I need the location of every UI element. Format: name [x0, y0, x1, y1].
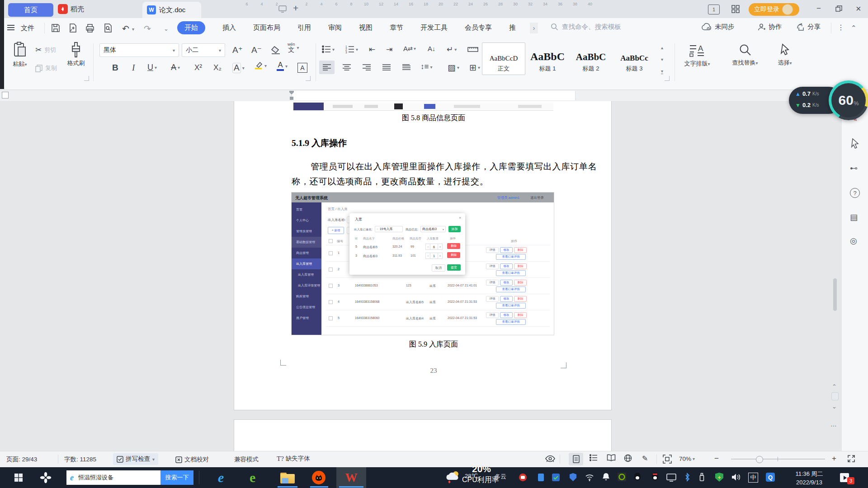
embed-view-order-button[interactable]: 查看订单详情: [496, 319, 526, 325]
taskbar-browser360-icon[interactable]: e: [250, 470, 255, 485]
new-tab-button[interactable]: +: [293, 3, 298, 14]
ruler-tab-selector[interactable]: [2, 92, 9, 99]
show-marks-button[interactable]: ↵ ▾: [447, 45, 457, 54]
compat-mode-label[interactable]: 兼容模式: [234, 455, 259, 464]
outline-view-icon[interactable]: [590, 454, 598, 461]
minimize-button[interactable]: −: [816, 4, 821, 13]
style-normal[interactable]: AaBbCcD 正文: [482, 42, 525, 75]
decrease-indent-icon[interactable]: ⇤: [369, 45, 375, 54]
font-size-select[interactable]: 小二 ▾: [182, 43, 225, 57]
find-replace-button[interactable]: 查找替换▾: [726, 43, 764, 67]
taskbar-wps-icon[interactable]: W: [336, 467, 366, 488]
cut-button[interactable]: ✂ 剪切: [35, 45, 56, 55]
embed-row-checkbox[interactable]: [329, 251, 333, 255]
ink-pen-icon[interactable]: ✎: [642, 454, 648, 463]
tray-qq-icon[interactable]: [651, 473, 659, 481]
tab-overflow[interactable]: 推: [509, 23, 516, 32]
bold-button[interactable]: B: [112, 63, 118, 73]
more-menu-icon[interactable]: ⋮: [837, 23, 844, 32]
dialog-launcher[interactable]: [84, 76, 89, 81]
tabs-overflow-icon[interactable]: ›: [530, 23, 538, 33]
embed-edit-button[interactable]: 修改: [500, 263, 513, 269]
embed-nav-goods[interactable]: 商品管理: [292, 248, 321, 258]
screen-cast-icon[interactable]: [278, 5, 287, 13]
word-count[interactable]: 字数: 11285: [64, 455, 96, 464]
spell-check-button[interactable]: 拼写检查 ▾: [113, 453, 158, 465]
character-border-button[interactable]: A: [297, 63, 307, 73]
tab-review[interactable]: 审阅: [328, 23, 342, 32]
align-center-button[interactable]: [339, 61, 354, 74]
strikethrough-button[interactable]: A ▾: [171, 63, 180, 72]
help-icon[interactable]: ?: [850, 188, 860, 198]
extract-tool-icon[interactable]: ⊷: [850, 164, 858, 173]
stepper-minus-button[interactable]: −: [425, 253, 430, 259]
tray-app-icon[interactable]: [519, 474, 527, 481]
taskbar-ie-icon[interactable]: e: [218, 470, 224, 485]
embed-detail-button[interactable]: 详情: [486, 312, 499, 318]
redo-icon[interactable]: ↷: [144, 23, 151, 34]
paste-button[interactable]: 粘贴▾: [9, 42, 31, 68]
undo-icon[interactable]: ↶: [122, 23, 129, 34]
performance-ball[interactable]: 60 %: [829, 80, 868, 120]
shading-button[interactable]: ▨ ▾: [448, 62, 459, 73]
subscript-button[interactable]: X₂: [213, 63, 222, 72]
stepper-plus-button[interactable]: +: [438, 244, 443, 250]
save-icon[interactable]: [51, 23, 61, 33]
print-icon[interactable]: [85, 23, 95, 33]
quickbar-customize-icon[interactable]: ⌄: [164, 25, 169, 32]
tray-driver-icon[interactable]: [552, 474, 560, 481]
style-heading2[interactable]: AaBbC 标题 2: [570, 43, 612, 75]
taskbar-explorer-icon[interactable]: [280, 473, 295, 483]
tray-qq-icon[interactable]: [634, 473, 641, 481]
tab-page-layout[interactable]: 页面布局: [253, 23, 280, 32]
tray-display-icon[interactable]: [666, 474, 676, 482]
embed-view-order-button[interactable]: 查看订单详情: [496, 303, 526, 309]
italic-button[interactable]: I: [132, 63, 135, 73]
read-mode-icon[interactable]: [607, 454, 616, 461]
embed-add-button[interactable]: + 新增: [328, 227, 344, 234]
scroll-next-page-icon[interactable]: ⌄: [832, 403, 837, 410]
embed-nav-inout-sub[interactable]: 出入库管理: [292, 269, 321, 280]
embed-row-checkbox[interactable]: [329, 316, 333, 320]
navigate-compass-icon[interactable]: ◎: [850, 236, 857, 246]
format-painter-button[interactable]: 格式刷: [63, 42, 89, 67]
notification-center-icon[interactable]: 3: [839, 472, 851, 483]
tray-nvidia-icon[interactable]: [618, 473, 626, 481]
tray-usb-stick-icon[interactable]: [699, 473, 705, 482]
embed-row-checkbox[interactable]: [329, 284, 333, 288]
tab-document[interactable]: W 论文.doc: [142, 2, 201, 18]
tab-insert[interactable]: 插入: [222, 23, 236, 32]
stepper-plus-button[interactable]: +: [438, 253, 443, 259]
embed-delete-button[interactable]: 删除: [514, 312, 527, 318]
style-heading3[interactable]: AaBbCc 标题 3: [613, 43, 656, 75]
document-next-page[interactable]: [234, 419, 612, 452]
proofread-button[interactable]: 文档校对: [175, 455, 209, 464]
embed-delete-button[interactable]: 删除: [514, 280, 527, 286]
select-cursor-icon[interactable]: [851, 138, 860, 149]
embed-header-checkbox[interactable]: [329, 239, 333, 243]
missing-font-button[interactable]: T? 缺失字体: [277, 455, 310, 463]
tab-docer[interactable]: 稻壳: [58, 4, 84, 14]
align-right-button[interactable]: [359, 61, 374, 74]
embed-nav-notice[interactable]: 公告信息管理: [292, 302, 321, 313]
embed-nav-admin[interactable]: 管理员管理: [292, 226, 321, 237]
page-indicator[interactable]: 页面: 29/43: [6, 455, 37, 464]
collaborate-button[interactable]: 协作: [758, 23, 782, 31]
sync-status[interactable]: 未同步: [702, 23, 735, 31]
copy-button[interactable]: 复制: [35, 64, 57, 72]
pinyin-guide-button[interactable]: wén 文 ▾: [288, 42, 299, 53]
style-heading1[interactable]: AaBbC 标题 1: [526, 43, 569, 75]
embed-modal-add-button[interactable]: 添加: [448, 226, 461, 232]
embed-row-checkbox[interactable]: [329, 267, 333, 272]
tray-q-app-icon[interactable]: Q: [766, 473, 775, 482]
embed-detail-button[interactable]: 详情: [486, 296, 499, 302]
zoom-level-button[interactable]: 70% ▾: [679, 455, 695, 462]
embed-nav-purchase[interactable]: 购买管理: [292, 291, 321, 302]
embed-modal-close-icon[interactable]: ×: [459, 216, 461, 220]
text-effect-button[interactable]: A ▾: [232, 63, 245, 73]
taskbar-search-button[interactable]: 搜索一下: [160, 470, 193, 485]
undo-dropdown-icon[interactable]: ▾: [132, 27, 134, 32]
superscript-button[interactable]: X²: [194, 63, 202, 72]
embed-nav-users[interactable]: 用户管理: [292, 313, 321, 324]
embed-detail-button[interactable]: 详情: [486, 263, 499, 269]
